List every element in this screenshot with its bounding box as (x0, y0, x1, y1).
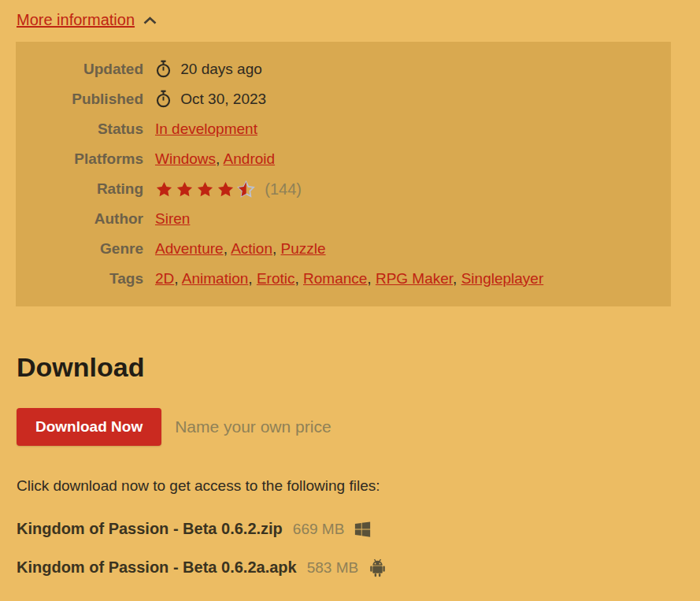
info-row-status: Status In development (31, 114, 544, 144)
file-row-zip: Kingdom of Passion - Beta 0.6.2.zip 669 … (17, 520, 700, 538)
author-link[interactable]: Siren (155, 210, 190, 227)
tag-link-animation[interactable]: Animation (182, 270, 249, 287)
buy-row: Download Now Name your own price (17, 408, 700, 446)
download-intro-text: Click download now to get access to the … (17, 477, 700, 495)
file-row-apk: Kingdom of Passion - Beta 0.6.2a.apk 583… (17, 558, 700, 577)
game-info-panel: Updated 20 days ago Published (16, 42, 671, 306)
info-row-tags: Tags 2D, Animation, Erotic, Romance, RPG… (31, 264, 544, 294)
more-information-link[interactable]: More information (17, 11, 135, 29)
status-link[interactable]: In development (155, 121, 257, 137)
updated-value: 20 days ago (180, 61, 262, 77)
info-row-rating: Rating (144) (31, 174, 544, 204)
info-row-updated: Updated 20 days ago (31, 54, 544, 84)
platform-link-android[interactable]: Android (224, 150, 276, 167)
genre-link-action[interactable]: Action (231, 240, 272, 257)
download-now-button[interactable]: Download Now (17, 408, 161, 446)
tags-label: Tags (31, 264, 154, 294)
genre-label: Genre (31, 234, 154, 264)
tag-link-romance[interactable]: Romance (303, 270, 367, 287)
tag-links: 2D, Animation, Erotic, Romance, RPG Make… (154, 264, 544, 294)
genre-link-puzzle[interactable]: Puzzle (281, 240, 326, 257)
windows-icon (354, 521, 371, 538)
chevron-up-icon (143, 16, 157, 25)
tag-link-erotic[interactable]: Erotic (257, 270, 295, 287)
file-size: 583 MB (307, 559, 358, 577)
stopwatch-icon (155, 91, 176, 107)
published-value: Oct 30, 2023 (180, 91, 266, 107)
file-link-zip[interactable]: Kingdom of Passion - Beta 0.6.2.zip (17, 520, 283, 538)
platform-link-windows[interactable]: Windows (155, 150, 216, 167)
genre-link-adventure[interactable]: Adventure (155, 240, 224, 257)
tag-link-rpg-maker[interactable]: RPG Maker (376, 270, 453, 287)
info-row-platforms: Platforms Windows, Android (31, 144, 544, 174)
info-row-author: Author Siren (31, 204, 544, 234)
android-icon (369, 558, 387, 577)
info-row-published: Published Oct 30, 2023 (31, 84, 544, 114)
tag-link-2d[interactable]: 2D (155, 270, 174, 287)
game-info-table: Updated 20 days ago Published (31, 54, 544, 294)
star-rating (155, 180, 255, 198)
more-information-toggle-row: More information (0, 0, 700, 29)
file-size: 669 MB (293, 521, 344, 538)
price-note: Name your own price (175, 417, 331, 436)
author-label: Author (31, 204, 154, 234)
rating-count: (144) (265, 180, 302, 198)
updated-label: Updated (31, 54, 154, 84)
download-heading: Download (17, 352, 700, 383)
genre-links: Adventure, Action, Puzzle (154, 234, 544, 264)
published-label: Published (31, 84, 154, 114)
platforms-label: Platforms (31, 144, 154, 174)
rating-label: Rating (31, 174, 154, 204)
file-link-apk[interactable]: Kingdom of Passion - Beta 0.6.2a.apk (17, 558, 297, 577)
platforms-links: Windows, Android (154, 144, 544, 174)
info-row-genre: Genre Adventure, Action, Puzzle (31, 234, 544, 264)
status-label: Status (31, 114, 154, 144)
tag-link-singleplayer[interactable]: Singleplayer (461, 270, 544, 287)
stopwatch-icon (155, 61, 176, 77)
